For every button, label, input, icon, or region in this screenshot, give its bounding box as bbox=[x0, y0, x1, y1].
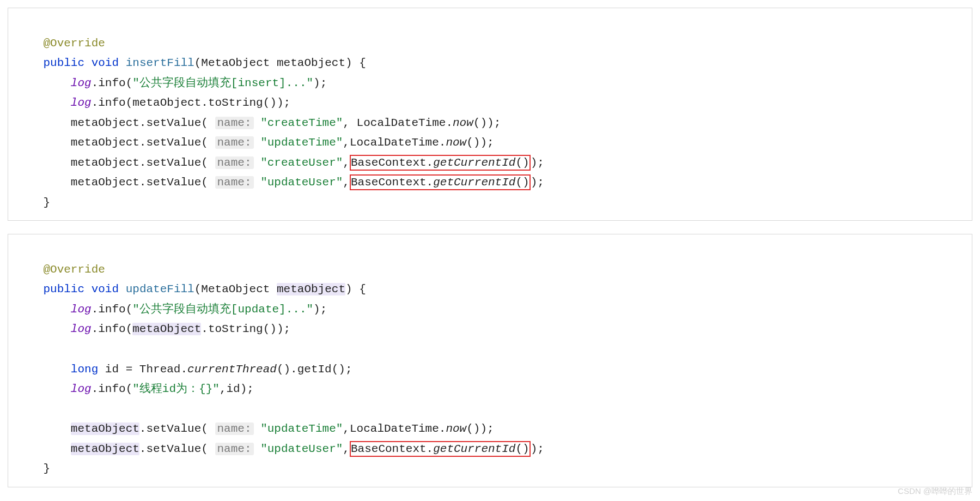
string-createuser: "createUser" bbox=[260, 156, 343, 169]
indent bbox=[16, 283, 43, 295]
metaobject-highlight: metaObject bbox=[132, 323, 201, 335]
indent bbox=[16, 383, 71, 395]
dot-info: .info( bbox=[92, 383, 133, 395]
indent bbox=[16, 57, 43, 69]
log-field: log bbox=[71, 77, 92, 89]
tail: ()); bbox=[466, 136, 494, 149]
set-value: .setValue( bbox=[139, 176, 208, 189]
string-updateuser: "updateUser" bbox=[260, 176, 343, 189]
param-hint-name: name: bbox=[215, 443, 254, 455]
parens: () bbox=[515, 176, 529, 189]
method-name: insertFill bbox=[126, 57, 194, 69]
basecontext: BaseContext. bbox=[351, 176, 433, 189]
getcurrentid: getCurrentId bbox=[433, 176, 515, 189]
param-hint-name: name: bbox=[215, 117, 254, 129]
brace-open: { bbox=[352, 57, 366, 69]
indent bbox=[16, 176, 71, 189]
string-createtime: "createTime" bbox=[260, 117, 343, 129]
localdatetime: LocalDateTime. bbox=[350, 422, 446, 435]
indent bbox=[16, 96, 71, 109]
indent bbox=[16, 363, 71, 376]
now-call: now bbox=[446, 136, 466, 149]
dot-info: .info( bbox=[92, 323, 133, 335]
localdatetime: LocalDateTime. bbox=[350, 136, 446, 149]
getid-tail: ().getId(); bbox=[277, 363, 352, 376]
annotation-override: @Override bbox=[43, 37, 105, 50]
set-value: .setValue( bbox=[139, 136, 208, 149]
indent bbox=[16, 77, 71, 89]
code-block-updatefill: @Override public void updateFill(MetaObj… bbox=[8, 234, 972, 487]
set-value: .setValue( bbox=[139, 422, 208, 435]
watermark: CSDN @哗哗的世界 bbox=[898, 486, 972, 497]
tail: ()); bbox=[473, 117, 501, 129]
comma: , bbox=[343, 422, 350, 435]
param-hint-name: name: bbox=[215, 176, 254, 189]
indent bbox=[16, 443, 71, 455]
indent bbox=[16, 136, 71, 149]
string-updatetime: "updateTime" bbox=[260, 422, 343, 435]
string-thread: "线程id为：{}" bbox=[132, 383, 220, 395]
string-updatetime: "updateTime" bbox=[260, 136, 343, 149]
log-field: log bbox=[71, 383, 92, 395]
indent bbox=[16, 323, 71, 335]
set-value: .setValue( bbox=[139, 156, 208, 169]
param-type: MetaObject bbox=[201, 283, 270, 295]
to-string: .toString()); bbox=[201, 323, 290, 335]
getcurrentid: getCurrentId bbox=[433, 156, 515, 169]
indent bbox=[16, 37, 43, 50]
dot-info: .info( bbox=[92, 303, 133, 316]
brace-close: } bbox=[43, 462, 50, 475]
log-field: log bbox=[71, 323, 92, 335]
currentthread: currentThread bbox=[187, 363, 277, 376]
metaobject-highlight: metaObject bbox=[71, 422, 139, 435]
comma: , bbox=[343, 117, 356, 129]
close: ); bbox=[531, 176, 544, 189]
comma: , bbox=[343, 443, 350, 455]
log-field: log bbox=[71, 303, 92, 316]
param-name: metaObject bbox=[277, 57, 345, 69]
dot-info: .info( bbox=[92, 96, 133, 109]
indent bbox=[16, 422, 71, 435]
keyword-void: void bbox=[92, 283, 119, 295]
comma: , bbox=[343, 176, 350, 189]
set-value: .setValue( bbox=[139, 117, 208, 129]
indent bbox=[16, 156, 71, 169]
keyword-public: public bbox=[43, 57, 84, 69]
close: ); bbox=[531, 156, 544, 169]
highlighted-basecontext-1: BaseContext.getCurrentId() bbox=[350, 155, 531, 171]
close: ); bbox=[313, 77, 327, 89]
method-name: updateFill bbox=[126, 283, 194, 295]
indent bbox=[16, 196, 43, 209]
now-call: now bbox=[453, 117, 473, 129]
comma: , bbox=[343, 156, 350, 169]
basecontext: BaseContext. bbox=[351, 156, 433, 169]
getcurrentid: getCurrentId bbox=[433, 443, 515, 455]
id-arg: ,id); bbox=[220, 383, 254, 395]
string-updateuser: "updateUser" bbox=[260, 443, 343, 455]
string-literal: "公共字段自动填充[insert]..." bbox=[132, 77, 313, 89]
highlighted-basecontext-2: BaseContext.getCurrentId() bbox=[350, 174, 531, 190]
now-call: now bbox=[446, 422, 466, 435]
param-name-highlight: metaObject bbox=[277, 283, 345, 295]
param-hint-name: name: bbox=[215, 156, 254, 169]
string-literal: "公共字段自动填充[update]..." bbox=[132, 303, 313, 316]
param-type: MetaObject bbox=[201, 57, 270, 69]
keyword-public: public bbox=[43, 283, 84, 295]
highlighted-basecontext-3: BaseContext.getCurrentId() bbox=[350, 441, 531, 457]
brace-close: } bbox=[43, 196, 50, 209]
log-field: log bbox=[71, 96, 92, 109]
comma: , bbox=[343, 136, 350, 149]
indent bbox=[16, 117, 71, 129]
metaobject: metaObject bbox=[71, 176, 139, 189]
code-block-insertfill: @Override public void insertFill(MetaObj… bbox=[8, 8, 972, 221]
basecontext: BaseContext. bbox=[351, 443, 433, 455]
metaobject: metaObject bbox=[71, 136, 139, 149]
indent bbox=[16, 462, 43, 475]
keyword-long: long bbox=[71, 363, 98, 376]
localdatetime: LocalDateTime. bbox=[357, 117, 453, 129]
arg-metaobject: metaObject bbox=[132, 96, 201, 109]
keyword-void: void bbox=[92, 57, 119, 69]
close: ); bbox=[313, 303, 327, 316]
close: ); bbox=[531, 443, 544, 455]
parens: () bbox=[515, 156, 529, 169]
